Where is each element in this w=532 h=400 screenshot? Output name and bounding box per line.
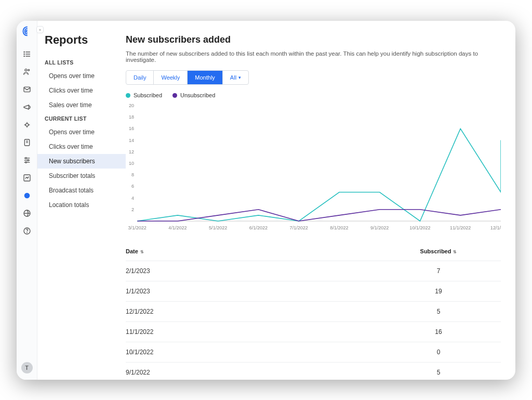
sidebar-group-label: CURRENT LIST <box>37 112 126 125</box>
section-description: The number of new subscribers added to t… <box>126 50 501 70</box>
tab-all-dropdown[interactable]: All▾ <box>223 71 248 84</box>
th-date[interactable]: Date⇅ <box>126 248 376 254</box>
svg-text:2: 2 <box>131 207 134 212</box>
cell-date: 9/1/2022 <box>126 369 376 376</box>
tab-weekly[interactable]: Weekly <box>154 71 188 84</box>
subscribers-table: Date⇅ Subscribed⇅ 2/1/202371/1/20231912/… <box>126 242 501 380</box>
tab-daily[interactable]: Daily <box>126 71 154 84</box>
reports-icon[interactable] <box>22 191 32 200</box>
svg-text:7/1/2022: 7/1/2022 <box>290 225 308 230</box>
sidebar-item-sales-all[interactable]: Sales over time <box>37 98 126 112</box>
envelope-icon[interactable] <box>22 85 32 94</box>
sidebar-item-broadcast-totals[interactable]: Broadcast totals <box>37 183 126 198</box>
svg-text:4: 4 <box>131 196 134 201</box>
cell-subscribed: 19 <box>376 288 501 295</box>
cell-date: 10/1/2022 <box>126 349 376 356</box>
svg-point-4 <box>24 54 24 54</box>
svg-text:12/1/2022: 12/1/2022 <box>490 225 501 230</box>
table-row: 1/1/202319 <box>126 281 501 302</box>
table-row: 12/1/20225 <box>126 302 501 322</box>
svg-text:6: 6 <box>131 184 134 189</box>
period-tabs: Daily Weekly Monthly All▾ <box>126 70 249 85</box>
settings-icon[interactable] <box>22 156 32 165</box>
tab-monthly[interactable]: Monthly <box>188 71 223 84</box>
svg-point-20 <box>27 160 29 161</box>
svg-point-27 <box>26 233 27 233</box>
svg-text:4/1/2022: 4/1/2022 <box>168 225 187 230</box>
bug-icon[interactable] <box>22 120 32 130</box>
svg-point-22 <box>25 162 26 163</box>
megaphone-icon[interactable] <box>22 102 32 112</box>
chart: 24681012141618203/1/20224/1/20225/1/2022… <box>126 102 501 233</box>
sidebar-item-subscriber-totals[interactable]: Subscriber totals <box>37 169 126 183</box>
svg-point-18 <box>25 158 26 159</box>
section-title: New subscribers added <box>126 34 501 50</box>
cell-date: 1/1/2023 <box>126 288 376 295</box>
svg-text:11/1/2022: 11/1/2022 <box>450 225 471 230</box>
svg-text:8/1/2022: 8/1/2022 <box>330 225 348 230</box>
svg-point-6 <box>25 69 27 71</box>
svg-text:18: 18 <box>129 114 134 120</box>
legend-subscribed: Subscribed <box>126 92 162 98</box>
chart-legend: Subscribed Unsubscribed <box>126 92 501 98</box>
legend-unsubscribed: Unsubscribed <box>172 92 215 98</box>
cell-subscribed: 7 <box>376 267 501 275</box>
svg-point-9 <box>25 123 28 126</box>
svg-text:20: 20 <box>129 103 134 108</box>
chart-icon[interactable] <box>22 173 32 183</box>
sidebar-item-opens-all[interactable]: Opens over time <box>37 69 126 83</box>
svg-text:9/1/2022: 9/1/2022 <box>370 225 389 230</box>
table-row: 2/1/20237 <box>126 261 501 281</box>
svg-point-24 <box>24 193 30 199</box>
table-row: 10/1/20220 <box>126 342 501 363</box>
integrations-icon[interactable] <box>22 209 32 218</box>
sidebar-item-clicks-current[interactable]: Clicks over time <box>37 139 126 154</box>
cell-subscribed: 0 <box>376 349 501 356</box>
sidebar-item-clicks-all[interactable]: Clicks over time <box>37 83 126 98</box>
table-row: 9/1/20225 <box>126 363 501 380</box>
sort-icon: ⇅ <box>453 250 457 254</box>
svg-text:8: 8 <box>131 172 134 177</box>
sidebar-item-new-subscribers[interactable]: New subscribers <box>37 154 126 169</box>
svg-point-3 <box>24 51 24 52</box>
sidebar-item-opens-current[interactable]: Opens over time <box>37 125 126 139</box>
list-icon[interactable] <box>22 49 32 59</box>
svg-text:3/1/2022: 3/1/2022 <box>128 225 147 230</box>
cell-subscribed: 16 <box>376 328 501 336</box>
svg-point-7 <box>28 69 30 71</box>
svg-text:10/1/2022: 10/1/2022 <box>409 225 430 230</box>
help-icon[interactable] <box>22 226 32 236</box>
svg-text:6/1/2022: 6/1/2022 <box>249 225 268 230</box>
svg-text:16: 16 <box>129 126 134 131</box>
sidebar-item-location-totals[interactable]: Location totals <box>37 198 126 212</box>
svg-point-5 <box>24 56 24 56</box>
cell-subscribed: 5 <box>376 308 501 315</box>
th-subscribed[interactable]: Subscribed⇅ <box>376 248 501 254</box>
expand-rail-toggle[interactable]: » <box>36 26 44 33</box>
svg-text:10: 10 <box>129 161 134 166</box>
cell-date: 12/1/2022 <box>126 308 376 315</box>
svg-text:14: 14 <box>129 138 134 143</box>
table-row: 11/1/202216 <box>126 322 501 342</box>
page-icon[interactable] <box>22 138 32 147</box>
main-content: New subscribers added The number of new … <box>126 21 515 380</box>
nav-rail: » T <box>17 21 37 380</box>
chevron-down-icon: ▾ <box>238 75 241 80</box>
cell-date: 2/1/2023 <box>126 267 376 275</box>
cell-subscribed: 5 <box>376 369 501 376</box>
svg-text:12: 12 <box>129 149 134 154</box>
page-title: Reports <box>37 33 126 56</box>
sidebar-group-label: ALL LISTS <box>37 56 126 69</box>
sort-icon: ⇅ <box>140 250 144 254</box>
svg-text:5/1/2022: 5/1/2022 <box>209 225 227 230</box>
sidebar: Reports ALL LISTS Opens over time Clicks… <box>37 21 126 380</box>
logo-icon[interactable] <box>22 26 32 38</box>
cell-date: 11/1/2022 <box>126 328 376 336</box>
avatar[interactable]: T <box>21 362 33 373</box>
people-icon[interactable] <box>22 67 32 76</box>
